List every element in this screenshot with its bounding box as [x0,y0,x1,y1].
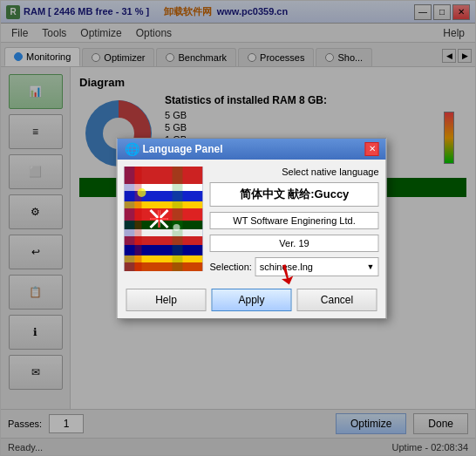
language-dialog: 🌐 Language Panel ✕ [117,138,387,319]
dialog-close-button[interactable]: ✕ [365,142,379,156]
svg-rect-15 [135,167,142,271]
svg-point-17 [138,188,146,197]
selection-label: Selection: [210,262,252,272]
dialog-footer: Help Apply Cancel [118,283,386,318]
selection-row: Selection: schinese.lng ▼ [210,257,379,276]
dropdown-arrow-icon: ▼ [367,262,375,271]
lang-title: 简体中文 献给:Guccy [210,182,379,207]
dialog-title-bar: 🌐 Language Panel ✕ [118,139,386,160]
svg-point-18 [173,224,180,231]
help-button[interactable]: Help [126,289,207,311]
svg-rect-14 [125,167,135,271]
company-name: WT Software Enginering Ltd. [210,212,379,229]
apply-button[interactable]: Apply [212,289,292,311]
svg-rect-16 [173,167,183,271]
main-window: R RAM [ 2446 MB free - 31 % ] 卸载软件网 www.… [0,0,476,456]
dialog-right-panel: Select native language 简体中文 献给:Guccy WT … [210,167,379,276]
flags-image [125,167,203,271]
version-info: Ver. 19 [210,235,379,252]
selection-dropdown[interactable]: schinese.lng ▼ [255,257,379,276]
dialog-body: Select native language 简体中文 献给:Guccy WT … [118,160,386,283]
select-language-label: Select native language [210,167,379,177]
dialog-title-text: 🌐 Language Panel [125,142,223,156]
cancel-button[interactable]: Cancel [297,289,377,311]
